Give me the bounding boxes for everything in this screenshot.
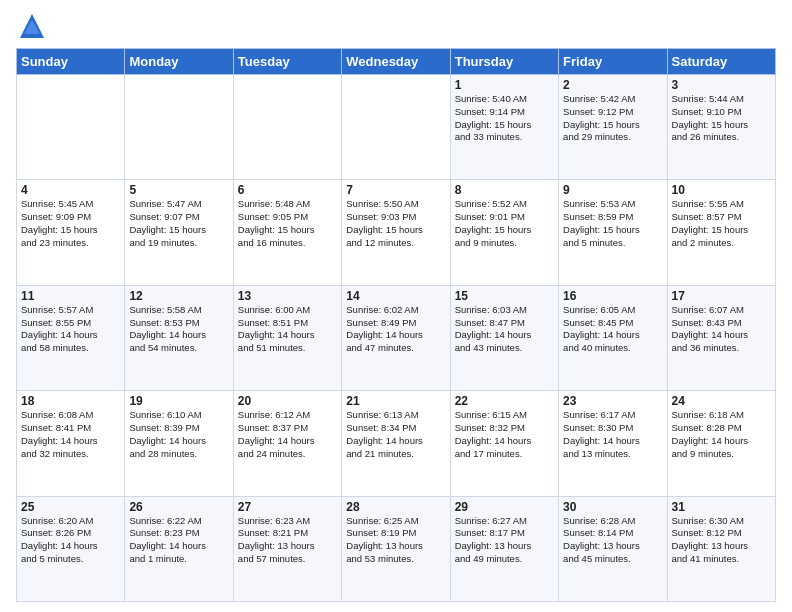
page: SundayMondayTuesdayWednesdayThursdayFrid…	[0, 0, 792, 612]
day-info: Sunrise: 6:18 AM Sunset: 8:28 PM Dayligh…	[672, 409, 771, 460]
calendar-cell: 20Sunrise: 6:12 AM Sunset: 8:37 PM Dayli…	[233, 391, 341, 496]
day-number: 5	[129, 183, 228, 197]
calendar-week-row: 4Sunrise: 5:45 AM Sunset: 9:09 PM Daylig…	[17, 180, 776, 285]
day-info: Sunrise: 5:45 AM Sunset: 9:09 PM Dayligh…	[21, 198, 120, 249]
calendar-cell	[125, 75, 233, 180]
calendar-header-saturday: Saturday	[667, 49, 775, 75]
day-number: 16	[563, 289, 662, 303]
day-info: Sunrise: 6:22 AM Sunset: 8:23 PM Dayligh…	[129, 515, 228, 566]
day-info: Sunrise: 6:12 AM Sunset: 8:37 PM Dayligh…	[238, 409, 337, 460]
day-number: 22	[455, 394, 554, 408]
day-number: 4	[21, 183, 120, 197]
day-number: 9	[563, 183, 662, 197]
day-info: Sunrise: 6:17 AM Sunset: 8:30 PM Dayligh…	[563, 409, 662, 460]
day-info: Sunrise: 5:58 AM Sunset: 8:53 PM Dayligh…	[129, 304, 228, 355]
day-info: Sunrise: 6:10 AM Sunset: 8:39 PM Dayligh…	[129, 409, 228, 460]
calendar-header-monday: Monday	[125, 49, 233, 75]
day-number: 18	[21, 394, 120, 408]
day-number: 21	[346, 394, 445, 408]
day-number: 23	[563, 394, 662, 408]
calendar-cell: 11Sunrise: 5:57 AM Sunset: 8:55 PM Dayli…	[17, 285, 125, 390]
header	[16, 12, 776, 40]
day-number: 2	[563, 78, 662, 92]
calendar-week-row: 1Sunrise: 5:40 AM Sunset: 9:14 PM Daylig…	[17, 75, 776, 180]
calendar-cell: 8Sunrise: 5:52 AM Sunset: 9:01 PM Daylig…	[450, 180, 558, 285]
calendar-week-row: 18Sunrise: 6:08 AM Sunset: 8:41 PM Dayli…	[17, 391, 776, 496]
day-number: 26	[129, 500, 228, 514]
calendar-cell: 21Sunrise: 6:13 AM Sunset: 8:34 PM Dayli…	[342, 391, 450, 496]
day-info: Sunrise: 6:05 AM Sunset: 8:45 PM Dayligh…	[563, 304, 662, 355]
logo-icon	[18, 12, 46, 40]
day-info: Sunrise: 5:55 AM Sunset: 8:57 PM Dayligh…	[672, 198, 771, 249]
calendar-header-wednesday: Wednesday	[342, 49, 450, 75]
day-number: 1	[455, 78, 554, 92]
calendar-cell: 10Sunrise: 5:55 AM Sunset: 8:57 PM Dayli…	[667, 180, 775, 285]
day-info: Sunrise: 5:52 AM Sunset: 9:01 PM Dayligh…	[455, 198, 554, 249]
day-number: 15	[455, 289, 554, 303]
calendar-cell	[233, 75, 341, 180]
day-number: 24	[672, 394, 771, 408]
calendar-cell: 5Sunrise: 5:47 AM Sunset: 9:07 PM Daylig…	[125, 180, 233, 285]
calendar-cell: 18Sunrise: 6:08 AM Sunset: 8:41 PM Dayli…	[17, 391, 125, 496]
calendar-cell: 28Sunrise: 6:25 AM Sunset: 8:19 PM Dayli…	[342, 496, 450, 601]
calendar-cell: 30Sunrise: 6:28 AM Sunset: 8:14 PM Dayli…	[559, 496, 667, 601]
day-info: Sunrise: 6:02 AM Sunset: 8:49 PM Dayligh…	[346, 304, 445, 355]
day-info: Sunrise: 5:57 AM Sunset: 8:55 PM Dayligh…	[21, 304, 120, 355]
day-info: Sunrise: 6:13 AM Sunset: 8:34 PM Dayligh…	[346, 409, 445, 460]
day-number: 3	[672, 78, 771, 92]
day-info: Sunrise: 5:42 AM Sunset: 9:12 PM Dayligh…	[563, 93, 662, 144]
calendar-cell: 26Sunrise: 6:22 AM Sunset: 8:23 PM Dayli…	[125, 496, 233, 601]
day-number: 19	[129, 394, 228, 408]
calendar-cell: 4Sunrise: 5:45 AM Sunset: 9:09 PM Daylig…	[17, 180, 125, 285]
day-info: Sunrise: 5:40 AM Sunset: 9:14 PM Dayligh…	[455, 93, 554, 144]
day-info: Sunrise: 6:00 AM Sunset: 8:51 PM Dayligh…	[238, 304, 337, 355]
calendar-table: SundayMondayTuesdayWednesdayThursdayFrid…	[16, 48, 776, 602]
day-number: 29	[455, 500, 554, 514]
day-number: 12	[129, 289, 228, 303]
calendar-cell: 9Sunrise: 5:53 AM Sunset: 8:59 PM Daylig…	[559, 180, 667, 285]
calendar-cell: 22Sunrise: 6:15 AM Sunset: 8:32 PM Dayli…	[450, 391, 558, 496]
calendar-header-tuesday: Tuesday	[233, 49, 341, 75]
day-info: Sunrise: 6:23 AM Sunset: 8:21 PM Dayligh…	[238, 515, 337, 566]
calendar-cell: 14Sunrise: 6:02 AM Sunset: 8:49 PM Dayli…	[342, 285, 450, 390]
calendar-cell: 23Sunrise: 6:17 AM Sunset: 8:30 PM Dayli…	[559, 391, 667, 496]
day-info: Sunrise: 6:15 AM Sunset: 8:32 PM Dayligh…	[455, 409, 554, 460]
day-info: Sunrise: 6:20 AM Sunset: 8:26 PM Dayligh…	[21, 515, 120, 566]
day-info: Sunrise: 6:25 AM Sunset: 8:19 PM Dayligh…	[346, 515, 445, 566]
calendar-header-row: SundayMondayTuesdayWednesdayThursdayFrid…	[17, 49, 776, 75]
calendar-week-row: 25Sunrise: 6:20 AM Sunset: 8:26 PM Dayli…	[17, 496, 776, 601]
calendar-cell: 3Sunrise: 5:44 AM Sunset: 9:10 PM Daylig…	[667, 75, 775, 180]
day-number: 28	[346, 500, 445, 514]
day-info: Sunrise: 6:07 AM Sunset: 8:43 PM Dayligh…	[672, 304, 771, 355]
day-number: 8	[455, 183, 554, 197]
calendar-cell: 12Sunrise: 5:58 AM Sunset: 8:53 PM Dayli…	[125, 285, 233, 390]
calendar-cell	[342, 75, 450, 180]
calendar-cell: 19Sunrise: 6:10 AM Sunset: 8:39 PM Dayli…	[125, 391, 233, 496]
day-number: 27	[238, 500, 337, 514]
day-info: Sunrise: 5:47 AM Sunset: 9:07 PM Dayligh…	[129, 198, 228, 249]
calendar-cell: 1Sunrise: 5:40 AM Sunset: 9:14 PM Daylig…	[450, 75, 558, 180]
logo	[16, 12, 50, 40]
calendar-cell: 17Sunrise: 6:07 AM Sunset: 8:43 PM Dayli…	[667, 285, 775, 390]
day-info: Sunrise: 6:03 AM Sunset: 8:47 PM Dayligh…	[455, 304, 554, 355]
calendar-cell: 29Sunrise: 6:27 AM Sunset: 8:17 PM Dayli…	[450, 496, 558, 601]
day-number: 14	[346, 289, 445, 303]
calendar-cell: 15Sunrise: 6:03 AM Sunset: 8:47 PM Dayli…	[450, 285, 558, 390]
calendar-cell	[17, 75, 125, 180]
calendar-header-sunday: Sunday	[17, 49, 125, 75]
calendar-header-friday: Friday	[559, 49, 667, 75]
day-number: 13	[238, 289, 337, 303]
calendar-cell: 2Sunrise: 5:42 AM Sunset: 9:12 PM Daylig…	[559, 75, 667, 180]
day-number: 11	[21, 289, 120, 303]
day-number: 7	[346, 183, 445, 197]
day-number: 25	[21, 500, 120, 514]
calendar-cell: 31Sunrise: 6:30 AM Sunset: 8:12 PM Dayli…	[667, 496, 775, 601]
day-number: 17	[672, 289, 771, 303]
day-info: Sunrise: 5:50 AM Sunset: 9:03 PM Dayligh…	[346, 198, 445, 249]
calendar-cell: 7Sunrise: 5:50 AM Sunset: 9:03 PM Daylig…	[342, 180, 450, 285]
calendar-header-thursday: Thursday	[450, 49, 558, 75]
calendar-cell: 27Sunrise: 6:23 AM Sunset: 8:21 PM Dayli…	[233, 496, 341, 601]
day-info: Sunrise: 6:28 AM Sunset: 8:14 PM Dayligh…	[563, 515, 662, 566]
calendar-cell: 16Sunrise: 6:05 AM Sunset: 8:45 PM Dayli…	[559, 285, 667, 390]
day-info: Sunrise: 5:44 AM Sunset: 9:10 PM Dayligh…	[672, 93, 771, 144]
